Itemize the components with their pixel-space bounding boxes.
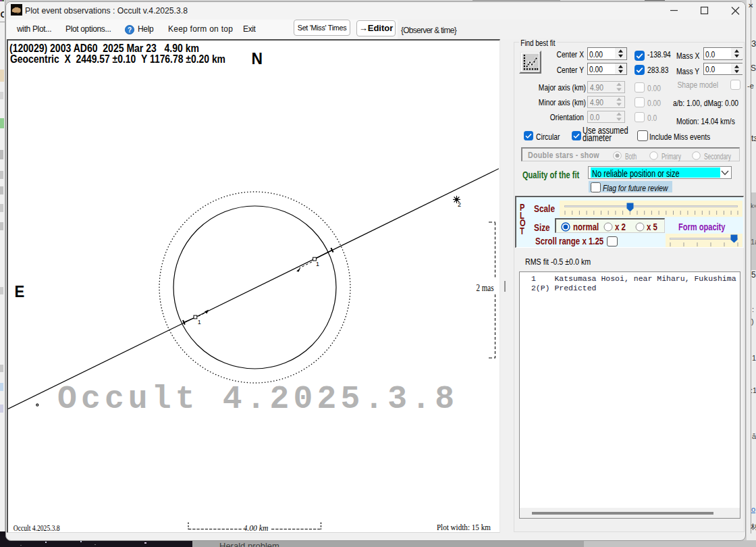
svg-text:2 mas: 2 mas xyxy=(477,282,494,293)
svg-text:Geocentric X 2449.57 ±0.10: Geocentric X 2449.57 ±0.10 Y 1176.78 ±0.… xyxy=(10,52,225,66)
svg-text:N: N xyxy=(252,49,263,68)
svg-text:E: E xyxy=(15,282,25,301)
svg-text:Occult 4.2025.3.8: Occult 4.2025.3.8 xyxy=(14,523,60,533)
svg-text:4.00 km: 4.00 km xyxy=(244,523,269,533)
svg-text:Occult 4.2025.3.8: Occult 4.2025.3.8 xyxy=(57,381,458,417)
svg-text:1: 1 xyxy=(316,261,319,267)
svg-text:2: 2 xyxy=(458,201,461,208)
svg-text:Plot width: 15 km: Plot width: 15 km xyxy=(437,522,491,532)
svg-text:1: 1 xyxy=(198,319,201,325)
svg-text:?: ? xyxy=(128,26,132,34)
